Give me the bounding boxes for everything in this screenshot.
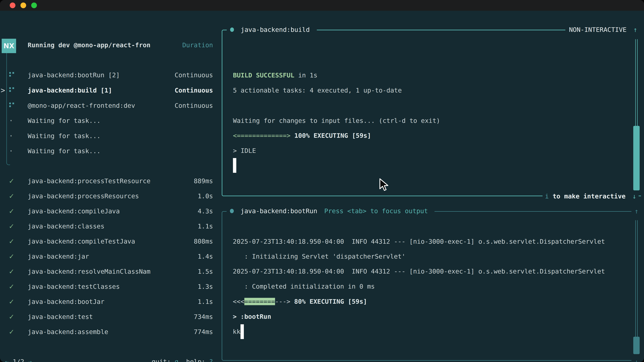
gradle-task-line: > :bootRun (233, 309, 621, 324)
build-successful-text: BUILD SUCCESSFUL (233, 71, 294, 79)
build-idle-line: > IDLE (233, 143, 631, 158)
build-scrollbar-thumb[interactable] (633, 126, 640, 190)
task-duration: 774ms (194, 328, 213, 336)
task-row-waiting[interactable]: · Waiting for task... (0, 128, 218, 143)
build-summary-line: 5 actionable tasks: 4 executed, 1 up-to-… (233, 83, 631, 98)
check-icon: ✓ (9, 222, 28, 230)
quit-key: q (174, 358, 178, 362)
task-name: java-backend:testClasses (28, 283, 198, 290)
page-prev-icon[interactable]: ← (5, 358, 9, 362)
task-name: java-backend:jar (28, 253, 198, 260)
stdin-input-line[interactable]: kk (233, 324, 621, 339)
progress-status-text: 80% EXECUTING [59s] (290, 298, 367, 305)
sidebar-header: Running dev @mono-app/react-fron Duratio… (0, 37, 218, 53)
check-icon: ✓ (9, 328, 28, 336)
task-row-completed[interactable]: ✓ java-backend:compileTestJava 808ms (0, 234, 218, 249)
task-row-completed[interactable]: ✓ java-backend:assemble 774ms (0, 324, 218, 339)
task-name: java-backend:classes (28, 223, 198, 230)
log-line: 2025-07-23T13:40:18.950-04:00 INFO 44312… (233, 264, 621, 279)
task-row-completed[interactable]: ✓ java-backend:resolveMainClassNam 1.5s (0, 264, 218, 279)
task-row-completed[interactable]: ✓ java-backend:jar 1.4s (0, 249, 218, 264)
terminal-cursor (240, 324, 244, 339)
task-status: Continuous (174, 87, 213, 94)
task-row-bootrun[interactable]: java-backend:bootRun [2] Continuous (0, 67, 218, 83)
task-duration: 808ms (194, 238, 213, 245)
task-name: Waiting for task... (28, 147, 213, 155)
page-indicator: 1/2 (9, 358, 28, 362)
task-row-completed[interactable]: ✓ java-backend:bootJar 1.1s (0, 294, 218, 309)
task-duration: 734ms (194, 313, 213, 321)
task-name: java-backend:compileJava (28, 207, 198, 215)
scroll-up-icon[interactable]: ↑ (633, 26, 637, 33)
maximize-window-button[interactable] (31, 2, 37, 8)
task-row-completed[interactable]: ✓ java-backend:test 734ms (0, 309, 218, 324)
task-name: @mono-app/react-frontend:dev (28, 102, 174, 109)
task-row-completed[interactable]: ✓ java-backend:classes 1.1s (0, 219, 218, 234)
task-name: java-backend:processTestResource (28, 177, 194, 185)
duration-column-header: Duration (182, 41, 213, 49)
check-icon: ✓ (9, 298, 28, 306)
window-titlebar (0, 0, 644, 11)
bootrun-pane-header: java-backend:bootRun Press <tab> to focu… (222, 203, 632, 219)
help-label: help: (178, 358, 209, 362)
task-row-build-selected[interactable]: java-backend:build [1] Continuous (0, 83, 218, 98)
bootrun-progress-line: <<<========---> 80% EXECUTING [59s] (233, 294, 621, 309)
task-duration: 1.1s (198, 223, 213, 230)
scroll-up-icon[interactable]: ↑ (630, 204, 643, 219)
check-icon: ✓ (9, 238, 28, 245)
task-name: java-backend:processResources (28, 192, 198, 200)
log-text: 2025-07-23T13:40:18.950-04:00 INFO 44312… (233, 238, 605, 245)
pending-dot-icon: · (9, 116, 28, 125)
task-row-waiting[interactable]: · Waiting for task... (0, 113, 218, 128)
task-row-completed[interactable]: ✓ java-backend:testClasses 1.3s (0, 279, 218, 294)
pending-dot-icon: · (9, 131, 28, 140)
build-pane-title: java-backend:build (237, 26, 317, 33)
task-row-completed[interactable]: ✓ java-backend:processTestResource 889ms (0, 173, 218, 189)
check-icon: ✓ (9, 207, 28, 215)
minimize-window-button[interactable] (20, 2, 26, 8)
task-name: java-backend:compileTestJava (28, 238, 194, 245)
sidebar-title: Running dev @mono-app/react-fron (28, 41, 150, 49)
check-icon: ✓ (9, 253, 28, 260)
hint-text: to make interactive (549, 193, 626, 200)
task-duration: 1.1s (198, 298, 213, 305)
mouse-cursor-icon (378, 178, 390, 192)
task-name: Waiting for task... (28, 117, 213, 124)
terminal-screen: NX Running dev @mono-app/react-fron Dura… (0, 11, 644, 362)
build-pane-mode: NON-INTERACTIVE ↑ (565, 26, 641, 33)
task-name: java-backend:assemble (28, 328, 194, 336)
task-duration: 1.0s (198, 192, 213, 200)
bootrun-scrollbar-thumb[interactable] (633, 337, 640, 354)
bootrun-output-pane[interactable]: java-backend:bootRun Press <tab> to focu… (222, 211, 632, 361)
task-name: java-backend:bootJar (28, 298, 198, 305)
bootrun-scrollbar-track[interactable] (635, 220, 638, 337)
log-line: 2025-07-23T13:40:18.950-04:00 INFO 44312… (233, 234, 621, 249)
tasks-summary-text: 5 actionable tasks: 4 executed, 1 up-to-… (233, 87, 402, 94)
progress-bar-fill: ======== (244, 298, 275, 305)
build-result-line: BUILD SUCCESSFUL in 1s (233, 68, 631, 83)
progress-tail: ---> (275, 298, 290, 305)
task-status: Continuous (174, 71, 213, 79)
check-icon: ✓ (9, 268, 28, 275)
scroll-down-icon[interactable]: ↓ (632, 192, 636, 200)
progress-status-text: 100% EXECUTING [59s] (290, 132, 371, 139)
build-output-pane[interactable]: java-backend:build NON-INTERACTIVE ↑ BUI… (222, 30, 641, 196)
sidebar-footer: ← 1/2 → quit: q help: ? (0, 354, 218, 362)
idle-text: > IDLE (233, 147, 256, 154)
log-text: : Completed initialization in 0 ms (233, 283, 375, 290)
task-row-frontend-dev[interactable]: @mono-app/react-frontend:dev Continuous (0, 98, 218, 113)
stdin-input-text: kk (233, 328, 240, 335)
bootrun-pane-title: java-backend:bootRun (237, 207, 324, 215)
scroll-down-icon[interactable]: ↓ (630, 354, 643, 362)
task-row-completed[interactable]: ✓ java-backend:compileJava 4.3s (0, 204, 218, 219)
log-line: : Initializing Servlet 'dispatcherServle… (233, 249, 621, 264)
task-name: Waiting for task... (28, 132, 213, 140)
log-text: : Initializing Servlet 'dispatcherServle… (233, 253, 406, 260)
interactive-hint[interactable]: i to make interactive↓ (542, 189, 639, 204)
task-name: java-backend:test (28, 313, 194, 321)
task-row-waiting[interactable]: · Waiting for task... (0, 143, 218, 159)
task-bullet-icon (227, 27, 237, 32)
task-row-completed[interactable]: ✓ java-backend:processResources 1.0s (0, 189, 218, 204)
close-window-button[interactable] (10, 2, 16, 8)
page-next-icon[interactable]: → (28, 358, 32, 362)
